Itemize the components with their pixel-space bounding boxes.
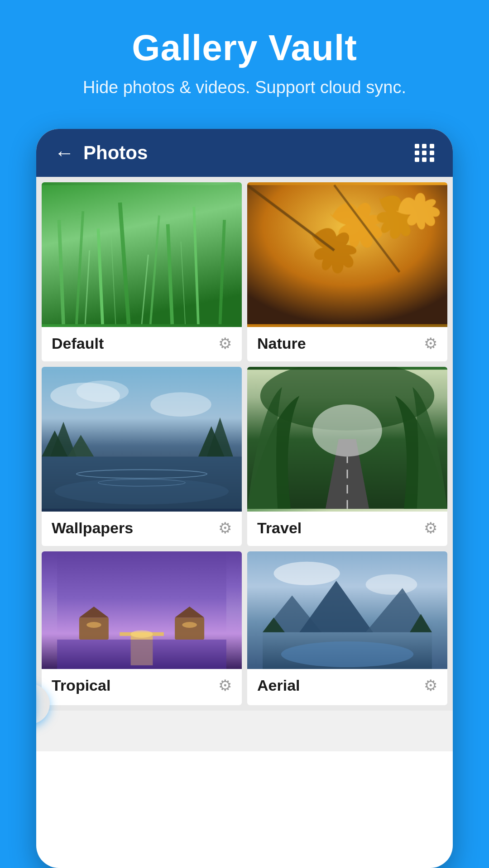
item-label-travel: Travel ⚙ xyxy=(247,512,447,546)
app-subtitle: Hide photos & videos. Support cloud sync… xyxy=(18,78,471,97)
svg-point-38 xyxy=(131,631,153,638)
app-header: Gallery Vault Hide photos & videos. Supp… xyxy=(0,0,489,115)
thumbnail-aerial xyxy=(247,551,447,669)
gear-icon-aerial[interactable]: ⚙ xyxy=(424,676,437,694)
gear-icon-wallpapers[interactable]: ⚙ xyxy=(218,519,232,537)
thumb-svg-tropical xyxy=(42,551,242,669)
dot xyxy=(430,157,434,162)
gallery-item-wallpapers[interactable]: Wallpapers ⚙ xyxy=(42,367,242,546)
item-name-default: Default xyxy=(52,335,104,352)
dot xyxy=(415,151,419,155)
thumbnail-tropical xyxy=(42,551,242,669)
gear-icon-default[interactable]: ⚙ xyxy=(218,334,232,352)
gear-icon-tropical[interactable]: ⚙ xyxy=(218,676,232,694)
gallery-item-travel[interactable]: Travel ⚙ xyxy=(247,367,447,546)
svg-point-40 xyxy=(274,562,340,585)
nav-header: ← Photos xyxy=(36,129,453,177)
svg-rect-0 xyxy=(42,185,242,324)
dot xyxy=(422,151,427,155)
thumbnail-wallpapers xyxy=(42,367,242,512)
back-button[interactable]: ← Photos xyxy=(54,142,148,164)
svg-point-18 xyxy=(77,380,129,402)
phone-mockup: ← Photos xyxy=(36,129,453,868)
gallery-body: Default ⚙ xyxy=(36,177,453,751)
dot xyxy=(430,144,434,148)
svg-rect-35 xyxy=(57,640,226,669)
item-name-tropical: Tropical xyxy=(52,677,110,694)
svg-rect-21 xyxy=(42,456,242,508)
thumb-svg-aerial xyxy=(247,551,447,669)
item-label-nature: Nature ⚙ xyxy=(247,327,447,361)
item-name-nature: Nature xyxy=(257,335,306,352)
svg-point-19 xyxy=(150,392,211,417)
svg-point-36 xyxy=(86,622,101,628)
svg-point-27 xyxy=(312,404,382,456)
thumb-svg-travel xyxy=(247,367,447,512)
svg-rect-31 xyxy=(79,617,109,640)
svg-rect-33 xyxy=(175,617,204,640)
gear-icon-nature[interactable]: ⚙ xyxy=(424,334,437,352)
item-name-travel: Travel xyxy=(257,519,302,537)
item-label-aerial: Aerial ⚙ xyxy=(247,669,447,703)
thumb-svg-nature xyxy=(247,182,447,327)
svg-point-37 xyxy=(182,622,197,628)
thumb-svg-default xyxy=(42,182,242,327)
item-label-default: Default ⚙ xyxy=(42,327,242,361)
grid-view-icon[interactable] xyxy=(415,144,435,162)
thumbnail-nature xyxy=(247,182,447,327)
gear-icon-travel[interactable]: ⚙ xyxy=(424,519,437,537)
dot xyxy=(415,157,419,162)
svg-point-42 xyxy=(281,641,414,667)
page-title: Photos xyxy=(83,142,148,164)
gallery-item-default[interactable]: Default ⚙ xyxy=(42,182,242,361)
dot xyxy=(430,151,434,155)
item-name-aerial: Aerial xyxy=(257,677,300,694)
thumbnail-default xyxy=(42,182,242,327)
item-label-tropical: Tropical ⚙ xyxy=(42,669,242,703)
thumb-svg-wallpapers xyxy=(42,367,242,512)
gallery-grid: Default ⚙ xyxy=(36,177,453,711)
item-label-wallpapers: Wallpapers ⚙ xyxy=(42,512,242,546)
gallery-item-nature[interactable]: Nature ⚙ xyxy=(247,182,447,361)
gallery-item-aerial[interactable]: Aerial ⚙ xyxy=(247,551,447,705)
dot xyxy=(422,144,427,148)
back-arrow-icon: ← xyxy=(54,142,74,164)
item-name-wallpapers: Wallpapers xyxy=(52,519,133,537)
svg-point-41 xyxy=(366,574,417,595)
gallery-item-tropical[interactable]: Tropical ⚙ xyxy=(42,551,242,705)
app-title: Gallery Vault xyxy=(18,27,471,69)
thumbnail-travel xyxy=(247,367,447,512)
dot xyxy=(415,144,419,148)
dot xyxy=(422,157,427,162)
